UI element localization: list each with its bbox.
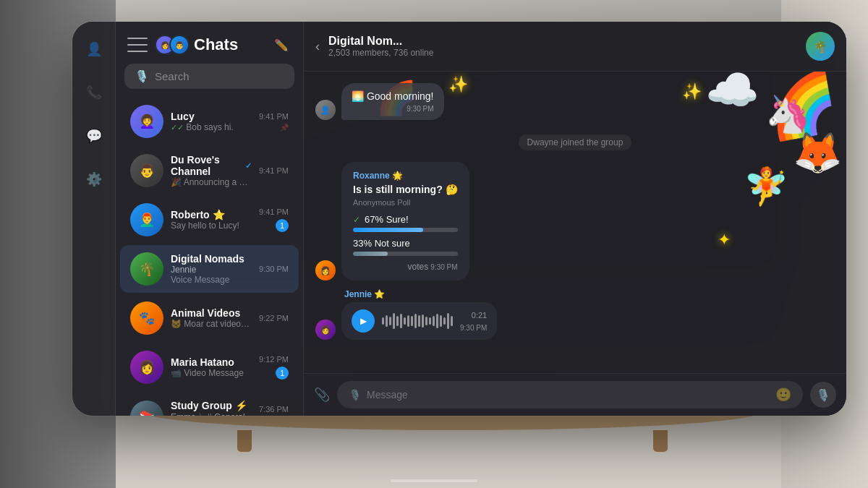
poll-option-1: ✓ 67% Sure! [353, 214, 458, 232]
chat-content-study-group: Study Group ⚡ Emma 〉# Generalcalculation… [171, 400, 252, 416]
emoji-button[interactable]: 🙂 [775, 387, 791, 403]
avatar-study-group: 📚 [130, 401, 163, 416]
avatar-du-rove: 👨 [130, 154, 163, 187]
nav-icon-chat[interactable]: 💬 [81, 123, 107, 149]
chat-header-status: 2,503 members, 736 online [328, 48, 797, 58]
chat-meta-roberto: 9:41 PM 1 [259, 207, 289, 232]
chat-name-animal-videos: Animal Videos [171, 307, 252, 319]
waveform-bar [389, 317, 391, 325]
chat-item-roberto[interactable]: 👨‍🦰 Roberto ⭐ Say hello to Lucy! 9:41 PM… [120, 196, 299, 244]
poll-bar-bg-2 [353, 252, 458, 256]
message-bubble-1: 🌅 Good morning! 9:30 PM [341, 83, 444, 120]
chat-preview-digital-nomads: Jennie Voice Message [171, 265, 252, 285]
waveform-bar [422, 314, 424, 328]
poll-option-2: 33% Not sure [353, 238, 458, 256]
sidebar-toggle-button[interactable] [127, 38, 148, 52]
chat-item-animal-videos[interactable]: 🐾 Animal Videos 🐱 Moar cat videos in thi… [120, 294, 299, 342]
attach-button[interactable]: 📎 [314, 387, 330, 403]
chat-content-maria-hatano: Maria Hatano 📹 Video Message [171, 356, 252, 378]
sidebar-header: 👩 👨 Chats ✏️ [116, 22, 303, 64]
chat-item-du-rove[interactable]: 👨 Du Rove's Channel ✓ 🎉 Announcing a $20… [120, 147, 299, 194]
side-navigation: 👤 📞 💬 ⚙️ [72, 22, 116, 416]
chat-item-lucy[interactable]: 👩‍🦱 Lucy ✓✓ Bob says hi. 9:41 PM 📌 [120, 98, 299, 145]
chat-preview-lucy: ✓✓ Bob says hi. [171, 122, 252, 132]
compose-button[interactable]: ✏️ [271, 35, 292, 55]
chat-preview-maria-hatano: 📹 Video Message [171, 368, 252, 378]
chat-content-lucy: Lucy ✓✓ Bob says hi. [171, 111, 252, 132]
waveform [382, 312, 453, 330]
waveform-bar [393, 313, 395, 329]
chat-meta-animal-videos: 9:22 PM [259, 314, 289, 322]
voice-message-container: Jennie ⭐ ▶ [341, 289, 497, 340]
msg-avatar-voice: 👩 [315, 320, 336, 340]
avatar-digital-nomads: 🌴 [130, 252, 163, 286]
chat-meta-du-rove: 9:41 PM [259, 166, 289, 175]
voice-bubble: ▶ [341, 302, 497, 340]
poll-bar-fill-1 [353, 228, 423, 232]
message-input-field[interactable]: 🎙️ 🙂 [337, 381, 803, 408]
search-input[interactable] [155, 70, 284, 82]
poll-check-icon: ✓ [353, 215, 360, 225]
poll-option-2-label: 33% Not sure [353, 238, 410, 249]
waveform-bar [386, 315, 388, 328]
system-message: Dwayne joined the group [519, 134, 632, 150]
chat-name-roberto: Roberto ⭐ [171, 209, 252, 221]
nav-icon-person[interactable]: 👤 [81, 36, 107, 62]
poll-votes: votes 9:30 PM [353, 262, 458, 272]
message-row-poll: 👩 Roxanne 🌟 Is is still morning? 🤔 Anony… [315, 162, 835, 281]
chat-item-maria-hatano[interactable]: 👩 Maria Hatano 📹 Video Message 9:12 PM 1 [120, 343, 299, 391]
voice-record-button[interactable]: 🎙️ [810, 382, 836, 408]
checkmark-icon: ✓✓ [171, 123, 184, 132]
chat-content-animal-videos: Animal Videos 🐱 Moar cat videos in this … [171, 307, 252, 329]
message-input[interactable] [367, 389, 770, 401]
nav-icon-settings[interactable]: ⚙️ [81, 166, 107, 192]
poll-option-1-label: 67% Sure! [365, 214, 409, 225]
avatar-animal-videos: 🐾 [130, 301, 163, 335]
waveform-bar [425, 317, 427, 325]
chat-item-digital-nomads[interactable]: 🌴 Digital Nomads Jennie Voice Message 9:… [120, 245, 299, 293]
avatar-lucy: 👩‍🦱 [130, 105, 163, 138]
message-text-1: 🌅 Good morning! [352, 90, 434, 102]
voice-sender-name: Jennie ⭐ [344, 289, 497, 299]
chat-meta-study-group: 7:36 PM 1 [259, 405, 289, 416]
waveform-bar [411, 316, 413, 325]
chat-meta-maria-hatano: 9:12 PM 1 [259, 355, 289, 380]
voice-duration: 0:21 [472, 311, 487, 320]
waveform-bar [440, 315, 442, 328]
waveform-bar [407, 315, 409, 328]
bottom-pill [391, 479, 477, 482]
message-time-1: 9:30 PM [352, 105, 434, 113]
msg-avatar-poll: 👩 [315, 260, 336, 281]
search-icon: 🎙️ [135, 69, 149, 83]
waveform-bar [433, 316, 435, 326]
poll-bar-bg-1 [353, 228, 458, 232]
waveform-bar [443, 317, 446, 325]
chat-header-avatar[interactable]: 🌴 [806, 32, 835, 61]
chat-preview-roberto: Say hello to Lucy! [171, 221, 252, 231]
play-button[interactable]: ▶ [352, 309, 375, 333]
input-bar: 📎 🎙️ 🙂 🎙️ [304, 373, 846, 416]
verified-badge: ✓ [245, 161, 252, 171]
poll-bar-fill-2 [353, 252, 388, 256]
sidebar: 👩 👨 Chats ✏️ 🎙️ 👩‍🦱 Lucy ✓✓ Bob [116, 22, 304, 416]
back-button[interactable]: ‹ [315, 39, 320, 54]
chat-meta-lucy: 9:41 PM 📌 [259, 112, 289, 132]
search-bar[interactable]: 🎙️ [124, 64, 294, 89]
nav-icon-phone[interactable]: 📞 [81, 80, 107, 106]
waveform-bar [396, 316, 399, 326]
waveform-bar [447, 313, 449, 329]
chat-preview-animal-videos: 🐱 Moar cat videos in this channel? [171, 319, 252, 329]
waveform-bar [414, 314, 417, 328]
avatar-maria-hatano: 👩 [130, 351, 163, 384]
header-avatars: 👩 👨 [155, 35, 184, 55]
messages-area[interactable]: 🌈 ☁️ 🦄 🦊 🧚 🌈 ✨ ✨ ✦ 👤 🌅 Good morning! 9:3… [304, 72, 846, 373]
waveform-bar [429, 317, 431, 325]
waveform-bar [400, 314, 402, 328]
chat-name-study-group: Study Group ⚡ [171, 400, 252, 411]
system-message-row: Dwayne joined the group [315, 129, 835, 156]
poll-type: Anonymous Poll [353, 198, 458, 207]
chat-item-study-group[interactable]: 📚 Study Group ⚡ Emma 〉# Generalcalculati… [120, 393, 299, 416]
msg-avatar-1: 👤 [315, 100, 336, 120]
chat-preview-study-group: Emma 〉# Generalcalculations.zip [171, 411, 252, 416]
chats-title: Chats [194, 35, 264, 54]
